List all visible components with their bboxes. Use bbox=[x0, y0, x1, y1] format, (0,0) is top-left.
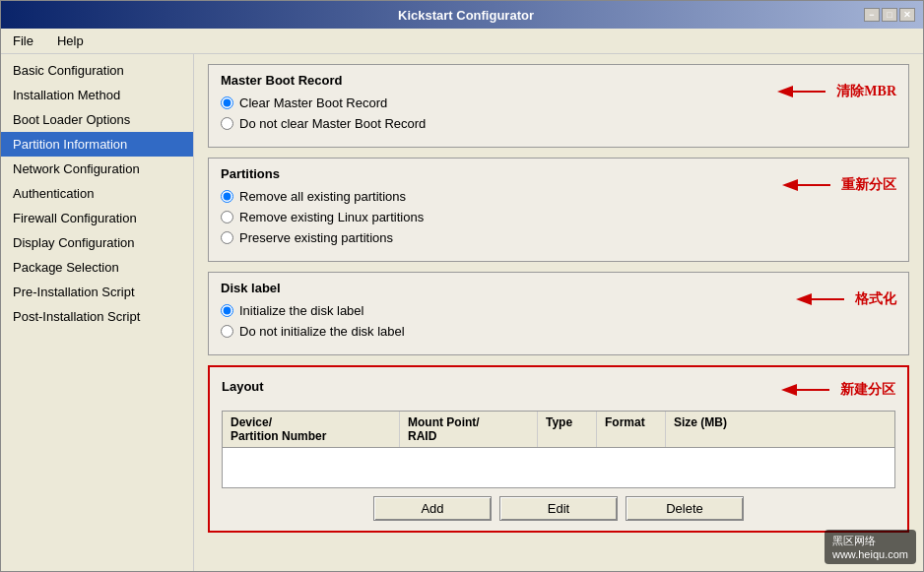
close-button[interactable]: ✕ bbox=[899, 8, 915, 22]
edit-button[interactable]: Edit bbox=[499, 496, 618, 521]
disk-label-annotation-text: 格式化 bbox=[855, 290, 896, 308]
layout-annotation: 新建分区 bbox=[775, 375, 895, 405]
mbr-arrow-icon bbox=[771, 77, 830, 106]
window-controls: − □ ✕ bbox=[864, 8, 915, 22]
col-mount: Mount Point/RAID bbox=[400, 412, 538, 447]
disk-label-section-title: Disk label bbox=[221, 281, 790, 295]
layout-button-row: Add Edit Delete bbox=[222, 496, 895, 521]
col-size: Size (MB) bbox=[666, 412, 894, 447]
menu-bar: File Help bbox=[1, 29, 923, 54]
window-title: Kickstart Configurator bbox=[68, 8, 864, 23]
partition-option-remove-all: Remove all existing partitions bbox=[221, 189, 776, 204]
mbr-radio-clear[interactable] bbox=[221, 96, 233, 109]
menu-file[interactable]: File bbox=[9, 32, 37, 50]
partitions-annotation-text: 重新分区 bbox=[841, 176, 896, 194]
watermark-line2: www.heiqu.com bbox=[832, 548, 908, 560]
partition-radio-remove-linux[interactable] bbox=[221, 211, 233, 223]
col-type: Type bbox=[538, 412, 597, 447]
disk-option-no-initialize: Do not initialize the disk label bbox=[221, 324, 790, 339]
sidebar-item-partition-information[interactable]: Partition Information bbox=[1, 132, 193, 157]
add-button[interactable]: Add bbox=[373, 496, 492, 521]
minimize-button[interactable]: − bbox=[864, 8, 880, 22]
mbr-option-clear: Clear Master Boot Record bbox=[221, 95, 771, 110]
layout-section: Layout 新建分区 bbox=[208, 365, 909, 533]
sidebar-item-package-selection[interactable]: Package Selection bbox=[1, 255, 193, 280]
mbr-annotation-text: 清除MBR bbox=[836, 83, 896, 100]
mbr-label-no-clear: Do not clear Master Boot Record bbox=[239, 116, 426, 131]
sidebar-item-pre-installation-script[interactable]: Pre-Installation Script bbox=[1, 280, 193, 304]
sidebar-item-basic-configuration[interactable]: Basic Configuration bbox=[1, 58, 193, 83]
disk-label-no-initialize: Do not initialize the disk label bbox=[239, 324, 405, 339]
maximize-button[interactable]: □ bbox=[882, 8, 897, 22]
watermark: 黑区网络 www.heiqu.com bbox=[825, 530, 916, 564]
menu-help[interactable]: Help bbox=[53, 32, 88, 50]
mbr-radio-no-clear[interactable] bbox=[221, 117, 233, 130]
main-content: Basic Configuration Installation Method … bbox=[1, 54, 923, 571]
sidebar-item-boot-loader-options[interactable]: Boot Loader Options bbox=[1, 107, 193, 132]
content-area: Master Boot Record Clear Master Boot Rec… bbox=[194, 54, 923, 571]
table-header: Device/Partition Number Mount Point/RAID… bbox=[223, 412, 894, 448]
sidebar-item-network-configuration[interactable]: Network Configuration bbox=[1, 157, 193, 181]
partition-radio-remove-all[interactable] bbox=[221, 190, 233, 203]
partition-label-remove-linux: Remove existing Linux partitions bbox=[239, 210, 424, 224]
watermark-line1: 黑区网络 bbox=[832, 534, 908, 548]
table-body[interactable] bbox=[223, 448, 894, 487]
disk-label-initialize: Initialize the disk label bbox=[239, 303, 363, 318]
partition-label-remove-all: Remove all existing partitions bbox=[239, 189, 406, 204]
sidebar-item-authentication[interactable]: Authentication bbox=[1, 181, 193, 206]
mbr-annotation: 清除MBR bbox=[771, 73, 896, 106]
col-device: Device/Partition Number bbox=[223, 412, 400, 447]
partitions-annotation: 重新分区 bbox=[776, 166, 896, 200]
partitions-section: Partitions Remove all existing partition… bbox=[208, 158, 909, 262]
mbr-section: Master Boot Record Clear Master Boot Rec… bbox=[208, 64, 909, 148]
partition-label-preserve: Preserve existing partitions bbox=[239, 230, 393, 245]
delete-button[interactable]: Delete bbox=[626, 496, 744, 521]
layout-table: Device/Partition Number Mount Point/RAID… bbox=[222, 411, 895, 488]
mbr-option-do-not-clear: Do not clear Master Boot Record bbox=[221, 116, 771, 131]
sidebar: Basic Configuration Installation Method … bbox=[1, 54, 194, 571]
partition-radio-preserve[interactable] bbox=[221, 231, 233, 244]
disk-label-annotation: 格式化 bbox=[790, 281, 896, 314]
sidebar-item-installation-method[interactable]: Installation Method bbox=[1, 83, 193, 107]
sidebar-item-firewall-configuration[interactable]: Firewall Configuration bbox=[1, 206, 193, 230]
mbr-section-title: Master Boot Record bbox=[221, 73, 771, 88]
mbr-label-clear: Clear Master Boot Record bbox=[239, 95, 387, 110]
layout-arrow-icon bbox=[775, 375, 834, 405]
disk-radio-no-initialize[interactable] bbox=[221, 325, 233, 338]
disk-option-initialize: Initialize the disk label bbox=[221, 303, 790, 318]
col-format: Format bbox=[597, 412, 666, 447]
partition-option-preserve: Preserve existing partitions bbox=[221, 230, 776, 245]
disk-radio-initialize[interactable] bbox=[221, 304, 233, 317]
disk-label-section: Disk label Initialize the disk label Do … bbox=[208, 272, 909, 355]
partitions-arrow-icon bbox=[776, 170, 835, 200]
disk-label-arrow-icon bbox=[790, 285, 849, 314]
title-bar: Kickstart Configurator − □ ✕ bbox=[1, 1, 923, 29]
main-window: Kickstart Configurator − □ ✕ File Help B… bbox=[0, 0, 924, 572]
sidebar-item-post-installation-script[interactable]: Post-Installation Script bbox=[1, 304, 193, 329]
partitions-section-title: Partitions bbox=[221, 166, 776, 181]
partition-option-remove-linux: Remove existing Linux partitions bbox=[221, 210, 776, 224]
layout-annotation-text: 新建分区 bbox=[840, 381, 895, 399]
sidebar-item-display-configuration[interactable]: Display Configuration bbox=[1, 230, 193, 255]
layout-section-title: Layout bbox=[222, 379, 264, 394]
